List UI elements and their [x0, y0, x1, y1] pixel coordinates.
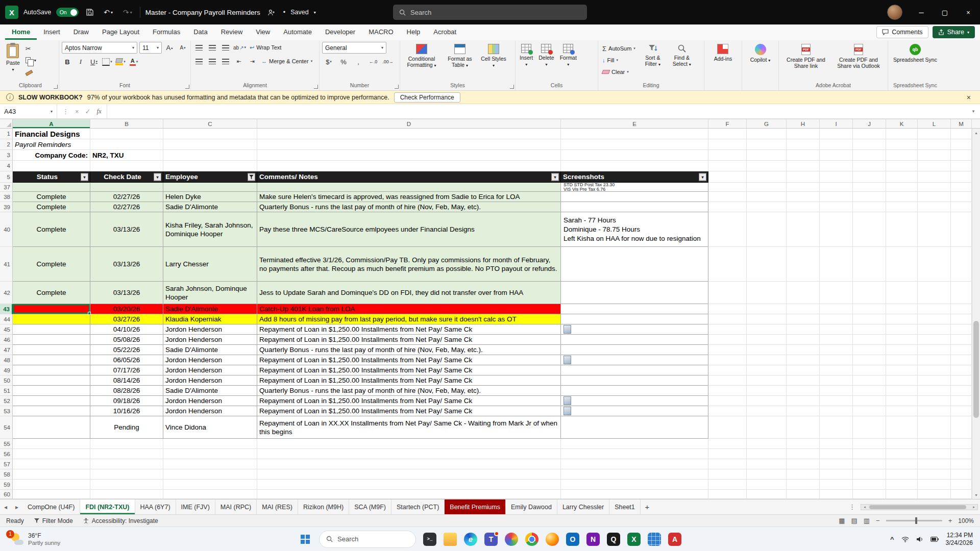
- cell-K54[interactable]: [886, 416, 918, 439]
- paste-button[interactable]: Paste▾: [5, 42, 21, 73]
- cell-G42[interactable]: [747, 282, 787, 304]
- screenshot-thumbnail[interactable]: [564, 396, 571, 405]
- cell-K58[interactable]: [886, 469, 918, 480]
- create-pdf-share-link-button[interactable]: PDF Create PDF and Share link: [781, 42, 830, 69]
- column-header-E[interactable]: E: [561, 119, 708, 128]
- cell-E4[interactable]: [561, 161, 708, 171]
- column-header-F[interactable]: F: [708, 119, 747, 128]
- cell-E1[interactable]: [561, 129, 708, 139]
- cell-H48[interactable]: [787, 355, 820, 365]
- tray-chevron-up-icon[interactable]: ^: [890, 535, 894, 543]
- cell-K47[interactable]: [886, 345, 918, 355]
- cell-B55[interactable]: [90, 439, 163, 449]
- sheet-tab-rizikon-m9h[interactable]: Rizikon (M9H): [298, 499, 349, 514]
- cell-J45[interactable]: [853, 324, 886, 335]
- cell-J4[interactable]: [853, 161, 886, 171]
- column-header-K[interactable]: K: [886, 119, 918, 128]
- row-header-51[interactable]: 51: [0, 386, 13, 396]
- cell-J52[interactable]: [853, 396, 886, 406]
- cell-A60[interactable]: [13, 490, 90, 499]
- cell-C52[interactable]: Jordon Henderson: [163, 396, 257, 406]
- cell-B49[interactable]: 07/17/26: [90, 365, 163, 375]
- cell-A41[interactable]: Complete: [13, 247, 90, 282]
- cell-K56[interactable]: [886, 449, 918, 459]
- cell-J3[interactable]: [853, 150, 886, 161]
- cell-D51[interactable]: Quarterly Bonus - runs the last pay of m…: [257, 386, 561, 396]
- cell-A50[interactable]: [13, 375, 90, 386]
- cell-H59[interactable]: [787, 480, 820, 490]
- cell-K5[interactable]: [886, 171, 918, 183]
- insert-function-icon[interactable]: fx: [97, 107, 102, 115]
- new-sheet-button[interactable]: +: [641, 499, 654, 514]
- decrease-indent-button[interactable]: ⇤: [233, 56, 244, 67]
- orientation-button[interactable]: ab↗▾: [233, 42, 246, 53]
- cell-H52[interactable]: [787, 396, 820, 406]
- cell-I57[interactable]: [820, 459, 853, 469]
- cell-F5[interactable]: [708, 171, 747, 183]
- cell-L53[interactable]: [918, 406, 951, 416]
- cell-A59[interactable]: [13, 480, 90, 490]
- user-avatar[interactable]: [887, 5, 902, 20]
- cell-I49[interactable]: [820, 365, 853, 375]
- cell-D37[interactable]: [257, 183, 561, 192]
- cell-I58[interactable]: [820, 469, 853, 480]
- cell-K42[interactable]: [886, 282, 918, 304]
- create-pdf-share-outlook-button[interactable]: PDF Create PDF and Share via Outlook: [833, 42, 884, 69]
- cell-C38[interactable]: Helen Dyke: [163, 192, 257, 202]
- cell-D4[interactable]: [257, 161, 561, 171]
- cell-B3[interactable]: NR2, TXU: [90, 150, 163, 161]
- table-header-check-date[interactable]: Check Date▾: [90, 171, 163, 183]
- cell-M50[interactable]: [951, 375, 972, 386]
- conditional-formatting-button[interactable]: Conditional Formatting ▾: [403, 42, 440, 69]
- autosave-toggle[interactable]: On: [56, 8, 79, 17]
- copy-button[interactable]: ▾: [24, 55, 38, 65]
- align-left-button[interactable]: [193, 56, 205, 67]
- cell-B58[interactable]: [90, 469, 163, 480]
- column-header-A[interactable]: A: [13, 119, 90, 128]
- cell-A40[interactable]: Complete: [13, 212, 90, 247]
- cell-E39[interactable]: [561, 202, 708, 212]
- cell-D57[interactable]: [257, 459, 561, 469]
- screenshot-thumbnail[interactable]: [564, 356, 571, 364]
- cell-A42[interactable]: Complete: [13, 282, 90, 304]
- increase-font-button[interactable]: A▴: [164, 42, 175, 54]
- cell-C2[interactable]: [163, 139, 257, 150]
- cell-E43[interactable]: [561, 304, 708, 314]
- row-header-38[interactable]: 38: [0, 192, 13, 202]
- start-button[interactable]: [295, 529, 315, 549]
- cell-I39[interactable]: [820, 202, 853, 212]
- row-header-58[interactable]: 58: [0, 469, 13, 480]
- sheet-tab-overflow-button[interactable]: ⋮: [847, 503, 857, 511]
- page-layout-view-button[interactable]: ▤: [851, 517, 857, 524]
- cell-A47[interactable]: [13, 345, 90, 355]
- cell-E40[interactable]: Sarah - 77 HoursDominique - 78.75 HoursL…: [561, 212, 708, 247]
- cell-K60[interactable]: [886, 490, 918, 499]
- zoom-in-button[interactable]: +: [948, 517, 952, 524]
- name-box[interactable]: A43 ▾: [0, 104, 57, 118]
- increase-decimal-button[interactable]: ←.0: [368, 56, 379, 67]
- cell-K48[interactable]: [886, 355, 918, 365]
- confirm-entry-icon[interactable]: ✓: [85, 108, 91, 115]
- cell-L46[interactable]: [918, 335, 951, 345]
- cell-J60[interactable]: [853, 490, 886, 499]
- cell-E50[interactable]: [561, 375, 708, 386]
- cell-I44[interactable]: [820, 314, 853, 324]
- banner-close-button[interactable]: ×: [964, 93, 974, 102]
- cell-I41[interactable]: [820, 247, 853, 282]
- cell-D1[interactable]: [257, 129, 561, 139]
- cell-D46[interactable]: Repayment of Loan in $1,250.00 Installme…: [257, 335, 561, 345]
- row-header-37[interactable]: 37: [0, 183, 13, 192]
- cell-F43[interactable]: [708, 304, 747, 314]
- cell-B47[interactable]: 05/22/26: [90, 345, 163, 355]
- cell-H1[interactable]: [787, 129, 820, 139]
- zoom-slider[interactable]: [886, 520, 942, 521]
- cell-K52[interactable]: [886, 396, 918, 406]
- cell-J5[interactable]: [853, 171, 886, 183]
- ribbon-tab-insert[interactable]: Insert: [37, 24, 67, 40]
- cell-C44[interactable]: Klaudia Koperniak: [163, 314, 257, 324]
- vertical-scroll-track[interactable]: [972, 137, 980, 491]
- cell-C1[interactable]: [163, 129, 257, 139]
- ribbon-tab-automate[interactable]: Automate: [277, 24, 318, 40]
- cell-C54[interactable]: Vince Didona: [163, 416, 257, 439]
- cell-C3[interactable]: [163, 150, 257, 161]
